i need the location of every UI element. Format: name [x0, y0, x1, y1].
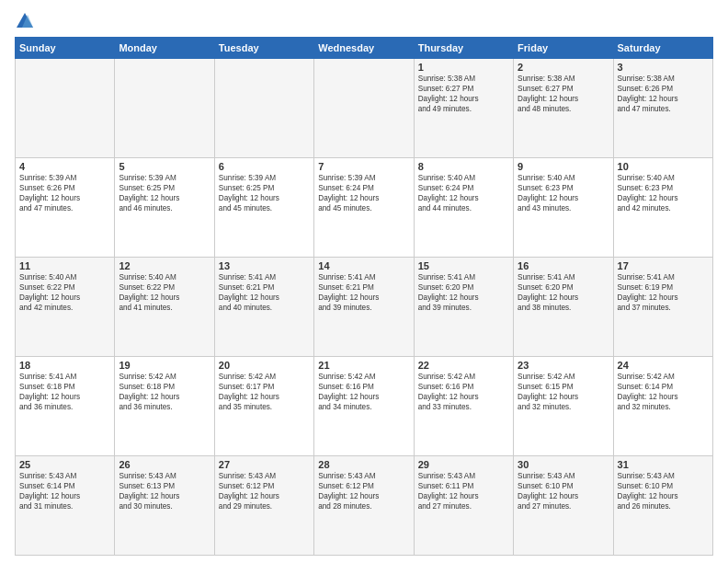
day-info: Sunrise: 5:41 AM Sunset: 6:21 PM Dayligh… — [318, 272, 409, 313]
calendar-cell: 9Sunrise: 5:40 AM Sunset: 6:23 PM Daylig… — [514, 158, 613, 258]
col-header-friday: Friday — [514, 38, 613, 59]
calendar-cell: 27Sunrise: 5:43 AM Sunset: 6:12 PM Dayli… — [214, 456, 313, 556]
page: SundayMondayTuesdayWednesdayThursdayFrid… — [0, 0, 728, 563]
day-number: 21 — [318, 360, 409, 371]
calendar-cell — [115, 59, 214, 158]
day-number: 22 — [418, 360, 509, 371]
col-header-tuesday: Tuesday — [214, 38, 313, 59]
calendar-cell: 12Sunrise: 5:40 AM Sunset: 6:22 PM Dayli… — [115, 258, 214, 357]
day-info: Sunrise: 5:42 AM Sunset: 6:14 PM Dayligh… — [618, 372, 709, 412]
day-info: Sunrise: 5:40 AM Sunset: 6:22 PM Dayligh… — [19, 272, 110, 313]
day-info: Sunrise: 5:42 AM Sunset: 6:16 PM Dayligh… — [418, 372, 509, 412]
day-info: Sunrise: 5:42 AM Sunset: 6:15 PM Dayligh… — [518, 372, 609, 412]
calendar-cell: 11Sunrise: 5:40 AM Sunset: 6:22 PM Dayli… — [16, 258, 115, 357]
calendar-cell — [314, 59, 414, 158]
day-info: Sunrise: 5:40 AM Sunset: 6:24 PM Dayligh… — [418, 173, 509, 213]
col-header-saturday: Saturday — [613, 38, 712, 59]
calendar-cell: 25Sunrise: 5:43 AM Sunset: 6:14 PM Dayli… — [16, 456, 115, 556]
calendar-cell: 20Sunrise: 5:42 AM Sunset: 6:17 PM Dayli… — [214, 357, 313, 456]
day-number: 25 — [19, 459, 110, 470]
day-number: 18 — [19, 360, 110, 371]
calendar-cell: 31Sunrise: 5:43 AM Sunset: 6:10 PM Dayli… — [613, 456, 712, 556]
day-info: Sunrise: 5:40 AM Sunset: 6:23 PM Dayligh… — [618, 173, 709, 213]
day-info: Sunrise: 5:40 AM Sunset: 6:23 PM Dayligh… — [518, 173, 609, 213]
day-number: 1 — [418, 62, 509, 73]
calendar-cell — [16, 59, 115, 158]
day-number: 17 — [618, 260, 709, 271]
day-number: 30 — [518, 459, 609, 470]
day-number: 11 — [19, 260, 110, 271]
day-info: Sunrise: 5:41 AM Sunset: 6:18 PM Dayligh… — [19, 372, 110, 412]
calendar-cell: 6Sunrise: 5:39 AM Sunset: 6:25 PM Daylig… — [214, 158, 313, 258]
day-number: 8 — [418, 161, 509, 172]
day-number: 5 — [119, 161, 210, 172]
col-header-thursday: Thursday — [414, 38, 513, 59]
day-number: 9 — [518, 161, 609, 172]
calendar-cell: 23Sunrise: 5:42 AM Sunset: 6:15 PM Dayli… — [514, 357, 613, 456]
logo-icon — [15, 11, 35, 31]
calendar-cell: 30Sunrise: 5:43 AM Sunset: 6:10 PM Dayli… — [514, 456, 613, 556]
day-info: Sunrise: 5:43 AM Sunset: 6:12 PM Dayligh… — [318, 471, 409, 511]
day-info: Sunrise: 5:38 AM Sunset: 6:27 PM Dayligh… — [418, 74, 509, 114]
day-info: Sunrise: 5:39 AM Sunset: 6:24 PM Dayligh… — [318, 173, 409, 213]
col-header-sunday: Sunday — [16, 38, 115, 59]
day-info: Sunrise: 5:43 AM Sunset: 6:13 PM Dayligh… — [119, 471, 210, 511]
day-info: Sunrise: 5:42 AM Sunset: 6:18 PM Dayligh… — [119, 372, 210, 412]
day-number: 29 — [418, 459, 509, 470]
col-header-monday: Monday — [115, 38, 214, 59]
day-info: Sunrise: 5:43 AM Sunset: 6:10 PM Dayligh… — [618, 471, 709, 511]
day-info: Sunrise: 5:41 AM Sunset: 6:20 PM Dayligh… — [418, 272, 509, 313]
logo — [15, 11, 39, 31]
day-number: 4 — [19, 161, 110, 172]
calendar-cell: 28Sunrise: 5:43 AM Sunset: 6:12 PM Dayli… — [314, 456, 414, 556]
day-number: 6 — [219, 161, 310, 172]
day-number: 15 — [418, 260, 509, 271]
calendar-cell: 24Sunrise: 5:42 AM Sunset: 6:14 PM Dayli… — [613, 357, 712, 456]
calendar-cell: 29Sunrise: 5:43 AM Sunset: 6:11 PM Dayli… — [414, 456, 513, 556]
day-info: Sunrise: 5:41 AM Sunset: 6:19 PM Dayligh… — [618, 272, 709, 313]
day-number: 2 — [518, 62, 609, 73]
day-number: 19 — [119, 360, 210, 371]
week-row-4: 18Sunrise: 5:41 AM Sunset: 6:18 PM Dayli… — [16, 357, 713, 456]
day-info: Sunrise: 5:43 AM Sunset: 6:10 PM Dayligh… — [518, 471, 609, 511]
day-number: 3 — [618, 62, 709, 73]
day-info: Sunrise: 5:43 AM Sunset: 6:12 PM Dayligh… — [219, 471, 310, 511]
day-number: 31 — [618, 459, 709, 470]
day-number: 26 — [119, 459, 210, 470]
day-info: Sunrise: 5:43 AM Sunset: 6:11 PM Dayligh… — [418, 471, 509, 511]
day-info: Sunrise: 5:39 AM Sunset: 6:26 PM Dayligh… — [19, 173, 110, 213]
col-header-wednesday: Wednesday — [314, 38, 414, 59]
calendar-cell: 14Sunrise: 5:41 AM Sunset: 6:21 PM Dayli… — [314, 258, 414, 357]
calendar-cell — [214, 59, 313, 158]
day-number: 12 — [119, 260, 210, 271]
calendar-table: SundayMondayTuesdayWednesdayThursdayFrid… — [15, 37, 713, 556]
day-info: Sunrise: 5:39 AM Sunset: 6:25 PM Dayligh… — [119, 173, 210, 213]
day-number: 14 — [318, 260, 409, 271]
day-number: 7 — [318, 161, 409, 172]
calendar-cell: 18Sunrise: 5:41 AM Sunset: 6:18 PM Dayli… — [16, 357, 115, 456]
day-info: Sunrise: 5:41 AM Sunset: 6:21 PM Dayligh… — [219, 272, 310, 313]
calendar-cell: 16Sunrise: 5:41 AM Sunset: 6:20 PM Dayli… — [514, 258, 613, 357]
calendar-cell: 26Sunrise: 5:43 AM Sunset: 6:13 PM Dayli… — [115, 456, 214, 556]
calendar-cell: 17Sunrise: 5:41 AM Sunset: 6:19 PM Dayli… — [613, 258, 712, 357]
calendar-cell: 21Sunrise: 5:42 AM Sunset: 6:16 PM Dayli… — [314, 357, 414, 456]
week-row-5: 25Sunrise: 5:43 AM Sunset: 6:14 PM Dayli… — [16, 456, 713, 556]
calendar-cell: 5Sunrise: 5:39 AM Sunset: 6:25 PM Daylig… — [115, 158, 214, 258]
calendar-cell: 4Sunrise: 5:39 AM Sunset: 6:26 PM Daylig… — [16, 158, 115, 258]
calendar-cell: 13Sunrise: 5:41 AM Sunset: 6:21 PM Dayli… — [214, 258, 313, 357]
header — [15, 11, 713, 31]
day-number: 23 — [518, 360, 609, 371]
day-info: Sunrise: 5:38 AM Sunset: 6:26 PM Dayligh… — [618, 74, 709, 114]
calendar-cell: 15Sunrise: 5:41 AM Sunset: 6:20 PM Dayli… — [414, 258, 513, 357]
day-number: 13 — [219, 260, 310, 271]
day-info: Sunrise: 5:40 AM Sunset: 6:22 PM Dayligh… — [119, 272, 210, 313]
week-row-2: 4Sunrise: 5:39 AM Sunset: 6:26 PM Daylig… — [16, 158, 713, 258]
day-number: 27 — [219, 459, 310, 470]
calendar-cell: 22Sunrise: 5:42 AM Sunset: 6:16 PM Dayli… — [414, 357, 513, 456]
calendar-cell: 8Sunrise: 5:40 AM Sunset: 6:24 PM Daylig… — [414, 158, 513, 258]
day-info: Sunrise: 5:38 AM Sunset: 6:27 PM Dayligh… — [518, 74, 609, 114]
day-info: Sunrise: 5:42 AM Sunset: 6:16 PM Dayligh… — [318, 372, 409, 412]
header-row: SundayMondayTuesdayWednesdayThursdayFrid… — [16, 38, 713, 59]
week-row-3: 11Sunrise: 5:40 AM Sunset: 6:22 PM Dayli… — [16, 258, 713, 357]
day-number: 16 — [518, 260, 609, 271]
